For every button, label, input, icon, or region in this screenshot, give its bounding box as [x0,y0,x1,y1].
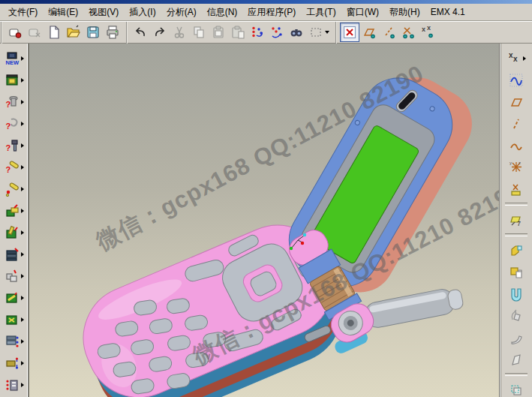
open-file-button[interactable] [64,23,83,42]
blend-tool[interactable] [503,348,529,370]
flyout-arrow-icon[interactable] [21,339,24,344]
datum-point-icon: zy [509,160,524,175]
flyout-arrow-icon[interactable] [21,274,24,278]
paste-special-button[interactable] [228,23,248,42]
menu-item-view[interactable]: 视图(V) [83,4,124,21]
new-file-button[interactable] [44,23,64,42]
print-button[interactable] [103,23,122,42]
datum-point-tool[interactable]: zy [503,156,529,178]
datum-plane-tool[interactable] [503,91,529,113]
regenerate-manager-button[interactable] [267,23,287,42]
svg-text:x: x [513,55,518,63]
menu-item-analysis[interactable]: 分析(A) [161,4,202,21]
flyout-arrow-icon[interactable] [523,56,526,61]
toolbar-separator [505,203,527,206]
menu-item-help[interactable]: 帮助(H) [384,4,425,21]
svg-text:x: x [427,25,431,32]
menu-item-applications[interactable]: 应用程序(P) [242,4,301,21]
copy-geometry-tool[interactable] [503,261,529,283]
flip-phone-3d-model[interactable] [29,44,499,397]
dropdown-caret-icon[interactable] [325,31,329,34]
menu-item-insert[interactable]: 插入(I) [124,4,161,21]
flyout-arrow-icon[interactable] [21,143,24,148]
emx-moldbase-assembly-button[interactable] [2,69,27,91]
menu-item-file[interactable]: 文件(F) [3,4,43,21]
emx-plate-stack-button[interactable] [2,330,27,352]
emx-ejector-set-button[interactable] [2,374,27,395]
emx-component-hook-button[interactable]: ? [2,113,27,134]
cut-button[interactable] [170,23,189,42]
shell-tool[interactable] [503,283,529,305]
svg-text:NEW: NEW [5,59,19,66]
datum-display-off-icon [342,25,357,40]
datum-csys-tool[interactable] [503,178,529,200]
flyout-arrow-icon[interactable] [21,100,24,104]
sketch-curve-tool[interactable] [503,134,529,156]
emx-cooling-button[interactable] [2,287,27,308]
toolbar-group-3: xx [335,22,440,44]
datum-display-off-button[interactable] [340,23,359,42]
copy-button[interactable] [189,23,209,42]
csys-display-toggle[interactable]: xx [418,23,437,42]
paste-special-icon [230,25,245,40]
flyout-arrow-icon[interactable] [21,230,24,235]
flyout-arrow-icon[interactable] [21,187,24,191]
extrude-tool[interactable] [503,239,529,261]
axis-display-toggle[interactable] [379,23,398,42]
emx-ejector-set-icon [5,377,20,392]
flyout-arrow-icon[interactable] [21,317,24,322]
emx-lifter-button[interactable] [2,221,27,243]
datum-plane-icon [509,95,524,110]
emx-ejector-pin-button[interactable]: ? [2,156,27,178]
svg-text:?: ? [5,122,11,131]
menu-item-tools[interactable]: 工具(T) [301,4,341,21]
undo-button[interactable] [131,23,150,42]
svg-text:y: y [509,161,512,165]
flyout-arrow-icon[interactable] [21,252,24,257]
sweep-tool[interactable] [503,326,529,348]
datum-points-tool[interactable]: xx [503,47,529,69]
erase-session-button[interactable] [25,23,44,42]
emx-component-screw-button[interactable]: ? [2,134,27,156]
datum-axis-tool[interactable] [503,113,529,134]
svg-text:z: z [518,161,521,165]
regenerate-button[interactable] [248,23,267,42]
revolve-tool[interactable] [503,305,529,326]
new-session-icon [8,25,23,40]
flyout-arrow-icon[interactable] [21,383,24,387]
flyout-arrow-icon[interactable] [21,56,24,61]
flyout-arrow-icon[interactable] [21,122,24,126]
offset-tool[interactable] [503,379,529,397]
emx-plate-adjust-button[interactable] [2,352,27,374]
point-display-toggle[interactable] [398,23,418,42]
emx-component-screw-icon: ? [5,138,20,153]
svg-text:7: 7 [517,220,521,227]
sketch-spline-tool[interactable] [503,69,529,91]
plane-tag-tool[interactable]: 7 [503,209,529,230]
emx-component-bolt-button[interactable]: ? [2,91,27,113]
menu-item-emx[interactable]: EMX 4.1 [425,5,470,20]
redo-button[interactable] [150,23,170,42]
flyout-arrow-icon[interactable] [21,165,24,170]
emx-new-project-button[interactable]: NEW [2,47,27,69]
flyout-arrow-icon[interactable] [21,78,24,83]
flyout-arrow-icon[interactable] [21,296,24,300]
find-button[interactable] [287,23,306,42]
menu-item-edit[interactable]: 编辑(E) [43,4,83,21]
menu-item-window[interactable]: 窗口(W) [341,4,384,21]
flyout-arrow-icon[interactable] [21,361,24,365]
paste-button[interactable] [209,23,228,42]
flyout-arrow-icon[interactable] [21,209,24,213]
plane-display-toggle[interactable] [359,23,379,42]
emx-slider-button[interactable] [2,200,27,221]
emx-trim-button[interactable] [2,308,27,330]
plane-display-icon [362,25,377,40]
save-file-button[interactable] [83,23,103,42]
select-box-button[interactable] [306,23,332,42]
graphics-viewport[interactable]: 微信：gcpx168 QQ:11210 82190 微信：gcpx168 QQ:… [29,44,500,397]
emx-ejector-pin-trim-button[interactable] [2,178,27,200]
menu-item-info[interactable]: 信息(N) [202,4,243,21]
emx-insert-button[interactable] [2,265,27,287]
new-session-button[interactable] [5,23,25,42]
emx-plates-button[interactable] [2,243,27,265]
